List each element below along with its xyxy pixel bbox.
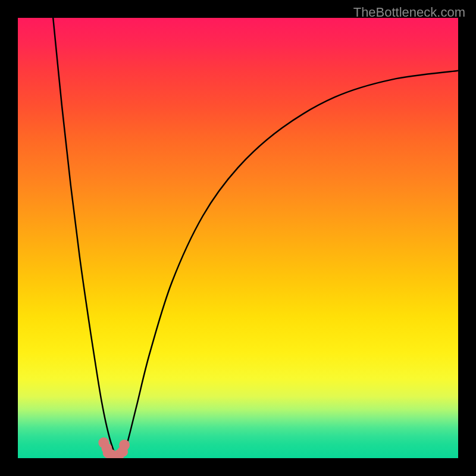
watermark-text: TheBottleneck.com: [353, 5, 465, 20]
left-curve-path: [53, 18, 115, 454]
curve-overlay: [18, 18, 458, 458]
right-curve-path: [124, 71, 458, 454]
chart-container: [18, 18, 458, 458]
bottom-dots-group: [98, 437, 130, 458]
data-point-dot: [119, 440, 130, 450]
